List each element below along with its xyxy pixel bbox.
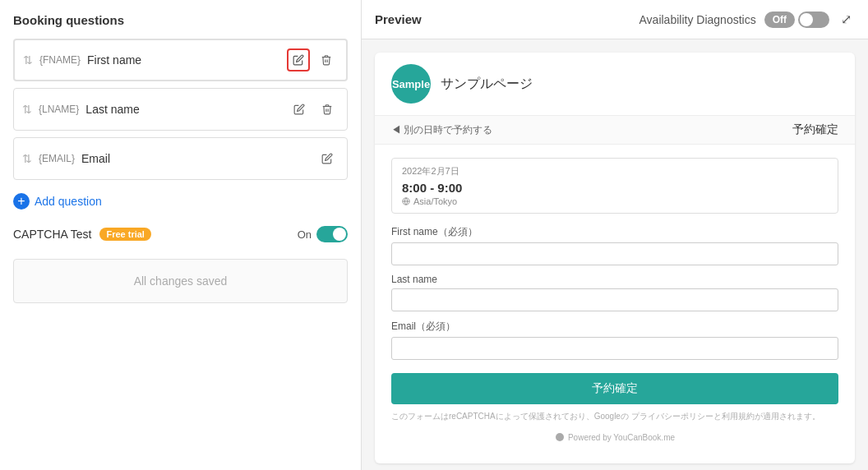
field-tag-fname: {FNAME} [39,54,81,66]
recaptcha-text: このフォームはreCAPTCHAによって保護されており、Googleの プライバ… [391,411,838,422]
toggle-container: On [298,226,348,242]
field-label-email: Email [81,152,309,165]
drag-handle-lname[interactable]: ⇅ [22,103,32,116]
left-panel: Booking questions ⇅ {FNAME} First name [0,0,362,470]
edit-button-email[interactable] [316,147,339,170]
delete-button-lname[interactable] [316,98,339,121]
drag-handle-email[interactable]: ⇅ [22,152,32,165]
booking-form: 2022年2月7日 8:00 - 9:00 Asia/Tokyo First n… [375,145,855,463]
off-pill: Off [764,12,795,28]
svg-point-2 [556,433,564,441]
availability-toggle[interactable] [798,12,829,28]
field-tag-email: {EMAIL} [39,153,75,164]
power-icon [555,432,565,442]
add-question-button[interactable]: + Add question [13,190,348,213]
free-trial-badge: Free trial [99,228,150,241]
powered-by: Powered by YouCanBook.me [391,432,838,450]
captcha-label: CAPTCHA Test [13,228,91,241]
nav-back-button[interactable]: ◀ 別の日時で予約する [391,123,492,137]
last-name-field: Last name [391,274,838,311]
preview-content: Sample サンプルページ ◀ 別の日時で予約する 予約確定 2022年2月7… [362,39,868,470]
submit-button[interactable]: 予約確定 [391,373,838,404]
globe-icon [402,197,410,205]
sample-name: サンプルページ [441,76,533,93]
email-input[interactable] [391,337,838,360]
toggle-on-label: On [298,228,312,241]
avatar: Sample [391,64,431,104]
captcha-row: CAPTCHA Test Free trial On [13,226,348,242]
captcha-toggle[interactable] [316,226,348,242]
row-actions-email [316,147,339,170]
add-question-label: Add question [35,195,102,208]
row-actions-fname [287,48,338,71]
field-label-fname: First name [87,53,280,67]
drag-handle-fname[interactable]: ⇅ [23,53,33,67]
time-text: 8:00 - 9:00 [402,181,828,195]
timezone-text: Asia/Tokyo [402,196,828,206]
booking-confirm-title: 予約確定 [792,122,838,137]
powered-by-label: Powered by YouCanBook.me [568,433,675,442]
email-label: Email（必須） [391,320,838,334]
availability-label: Availability Diagnostics [639,13,756,26]
question-row-lname: ⇅ {LNAME} Last name [13,88,348,131]
email-field: Email（必須） [391,320,838,360]
expand-button[interactable]: ⤢ [838,8,855,30]
preview-card: Sample サンプルページ ◀ 別の日時で予約する 予約確定 2022年2月7… [375,53,855,463]
header-right: Availability Diagnostics Off ⤢ [639,8,855,30]
edit-button-lname[interactable] [288,98,311,121]
last-name-input[interactable] [391,288,838,311]
first-name-field: First name（必須） [391,225,838,265]
section-title: Booking questions [13,13,348,27]
first-name-input[interactable] [391,242,838,265]
preview-title: Preview [375,12,422,26]
field-tag-lname: {LNAME} [39,104,79,115]
right-panel: Preview Availability Diagnostics Off ⤢ S… [362,0,868,470]
off-toggle: Off [764,12,829,28]
plus-circle-icon: + [13,193,30,210]
edit-button-fname[interactable] [287,48,310,71]
first-name-label: First name（必須） [391,225,838,239]
timezone-label: Asia/Tokyo [413,196,457,206]
date-box: 2022年2月7日 8:00 - 9:00 Asia/Tokyo [391,158,838,214]
row-actions-lname [288,98,339,121]
delete-button-fname[interactable] [315,48,338,71]
question-row-email: ⇅ {EMAIL} Email [13,137,348,180]
question-row-fname: ⇅ {FNAME} First name [13,39,348,81]
save-status: All changes saved [13,259,348,303]
last-name-label: Last name [391,274,838,285]
sample-header: Sample サンプルページ [375,53,855,116]
field-label-lname: Last name [85,103,281,116]
preview-header: Preview Availability Diagnostics Off ⤢ [362,0,868,39]
date-text: 2022年2月7日 [402,165,828,177]
booking-nav: ◀ 別の日時で予約する 予約確定 [375,116,855,145]
